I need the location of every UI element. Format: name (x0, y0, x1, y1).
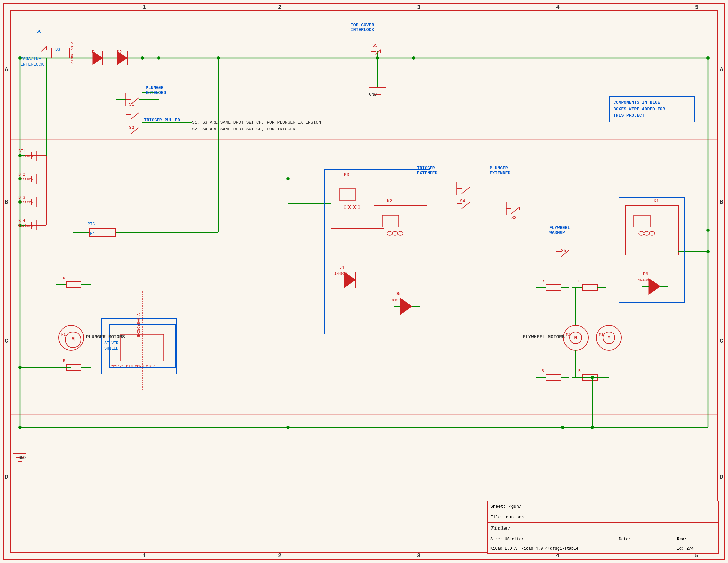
blue-box-k1-area (619, 197, 685, 303)
id-field: Id: 2/4 (674, 544, 718, 553)
row-marker-a-right: A (720, 66, 723, 73)
bt2-value: Battery (18, 177, 33, 181)
s4-label: S4 (460, 199, 465, 204)
title-field: Title: (488, 522, 718, 535)
d5-label: D5 (395, 292, 401, 297)
r1-label: R (63, 276, 65, 280)
col-marker-1-bot: 1 (142, 552, 146, 559)
d4-value: 1N4001 (334, 271, 347, 275)
col-marker-3-top: 3 (417, 4, 421, 11)
trigger-extended: TRIGGER EXTENDED (417, 165, 437, 175)
plunger-extended-2: PLUNGER EXTENDED (490, 165, 510, 175)
v-overdrive-top: V_OVERDRIVE (70, 42, 74, 66)
shield-label: SILVER SHIELD (104, 341, 118, 352)
r3-label: R (542, 279, 544, 283)
software-field: KiCad E.D.A. kicad 4.0.4+dfsg1-stable (488, 544, 674, 553)
annotation-text: COMPONENTS IN BLUE BOXES WERE ADDED FOR … (614, 100, 665, 118)
row-marker-c-left: C (5, 338, 8, 345)
bt3-value: Battery (18, 200, 33, 204)
ps2-label: "PS/2" DIN CONNECTOR (111, 364, 155, 368)
schematic-page: 1 2 3 4 5 1 2 3 4 5 A B C D A B C D (0, 0, 728, 563)
trigger-pulled: TRIGGER PULLED (144, 117, 180, 122)
flywheel-motors: FLYWHEEL MOTORS (523, 335, 565, 340)
col-marker-2-bot: 2 (278, 552, 282, 559)
r2-label: R (63, 359, 65, 363)
m2-label: M2 (566, 333, 570, 337)
file-field: File: gun.sch (488, 512, 718, 522)
sheet-field: Sheet: /gun/ (488, 501, 718, 512)
top-cover-interlock-label: TOP COVER INTERLOCK (351, 23, 374, 32)
r6-label: R (578, 369, 581, 373)
bt4-value: Battery (18, 223, 33, 227)
d6-value: 1N4001 (638, 278, 651, 282)
section-line-c (10, 414, 718, 415)
switches-note: S1, S3 ARE SAME DPDT SWITCH, FOR PLUNGER… (192, 119, 321, 133)
bt3-label: BT3 (18, 195, 25, 200)
section-line-a (10, 139, 718, 140)
r5-label: R (542, 369, 544, 373)
flywheel-warmup: FLYWHEEL WARMUP (549, 225, 570, 235)
blue-box-relay-area (324, 169, 430, 335)
row-marker-d-left: D (5, 474, 8, 480)
k2-label: K2 (387, 199, 392, 204)
title-block: Sheet: /gun/ File: gun.sch Title: Size: … (487, 501, 719, 554)
size-field: Size: USLetter (488, 535, 616, 544)
r4-label: R (578, 279, 581, 283)
row-marker-a-left: A (5, 66, 8, 73)
annotation-box: COMPONENTS IN BLUE BOXES WERE ADDED FOR … (609, 96, 695, 122)
rev-field: Rev: (674, 535, 718, 544)
m3-motor: M (603, 332, 615, 344)
s6-label: S6 (36, 29, 42, 34)
s3-label: S3 (511, 215, 517, 220)
th1-label: TH1 (88, 232, 95, 236)
k3-label: K3 (344, 172, 349, 177)
col-marker-3-bot: 3 (417, 552, 421, 559)
col-marker-2-top: 2 (278, 4, 282, 11)
s2-label: S2 (129, 125, 134, 130)
plunger-motors: PLUNGER MOTORS (86, 335, 125, 340)
row-marker-c-right: C (720, 338, 723, 345)
d5-value: 1N4001 (390, 298, 403, 302)
d6-label: D6 (643, 271, 648, 276)
ptc-label: PTC (88, 222, 95, 226)
m1-motor: M (65, 332, 81, 348)
row-marker-b-left: B (5, 199, 8, 205)
s5-top-label: S5 (372, 43, 378, 48)
k1-label: K1 (654, 199, 659, 204)
magazine-interlock: MAGAZINE INTERLOCK (21, 56, 44, 68)
d4-label: D4 (339, 265, 344, 270)
gnd-bottom: GND (18, 455, 26, 460)
col-marker-1-top: 1 (142, 4, 146, 11)
m3-label: M3 (599, 333, 603, 337)
col-marker-4-top: 4 (556, 4, 560, 11)
row-marker-b-right: B (720, 199, 723, 205)
row-marker-d-right: D (720, 474, 723, 480)
col-marker-5-top: 5 (695, 4, 699, 11)
bt2-label: BT2 (18, 172, 25, 177)
s1-label: S1 (129, 102, 134, 107)
s5b-label: S5 (561, 248, 566, 253)
m2-motor: M (569, 332, 582, 344)
gnd-top: GND (369, 92, 377, 97)
plunger-extended-1: PLUNGER EXTENDED (146, 85, 166, 95)
d2-label: D2 (117, 50, 122, 55)
d3-label: D3 (55, 47, 60, 52)
bt1-value: Battery (18, 154, 33, 158)
d1-label: D1 (92, 50, 97, 55)
m1-label: M1 (61, 333, 66, 337)
bt4-label: BT4 (18, 218, 25, 223)
bt1-label: BT1 (18, 149, 25, 154)
date-field: Date: (616, 535, 674, 544)
v-overdrive-bottom: V_OVERDRIVE (136, 313, 140, 338)
